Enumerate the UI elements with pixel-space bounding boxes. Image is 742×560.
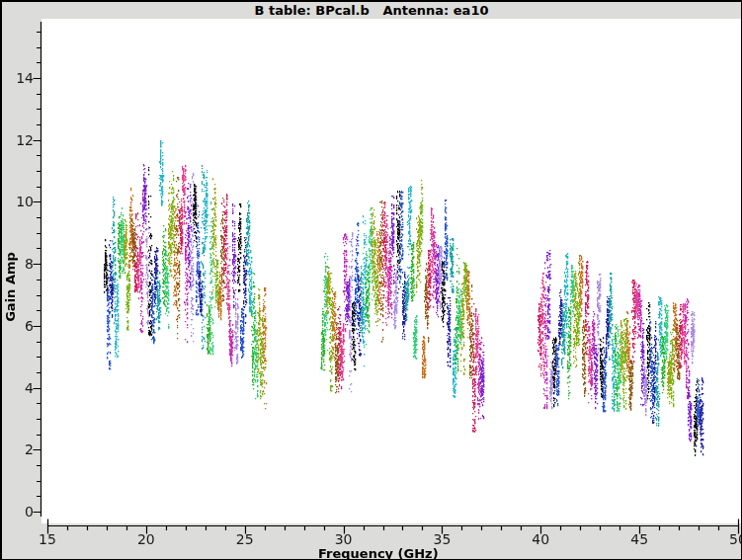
x-tick-label: 50 [729,532,742,546]
x-tick-label: 35 [434,532,452,546]
x-tick-label: 40 [532,532,549,546]
y-tick-label: 4 [2,381,34,395]
y-axis-title: Gain Amp [3,248,18,327]
y-tick-label: 10 [2,195,34,208]
y-tick-label: 14 [2,71,34,85]
y-tick-label: 2 [2,442,34,456]
x-tick-label: 20 [137,532,155,546]
x-tick-label: 25 [236,532,254,546]
plot-canvas[interactable] [2,2,742,560]
x-tick-label: 45 [630,532,648,546]
y-tick-label: 0 [2,505,34,519]
plotcal-window: B table: BPcal.b Antenna: ea10 152025303… [0,0,742,560]
y-tick-label: 12 [2,133,34,147]
x-tick-label: 15 [39,532,56,546]
x-tick-label: 30 [335,532,353,546]
x-axis-title: Frequency (GHz) [318,546,439,560]
